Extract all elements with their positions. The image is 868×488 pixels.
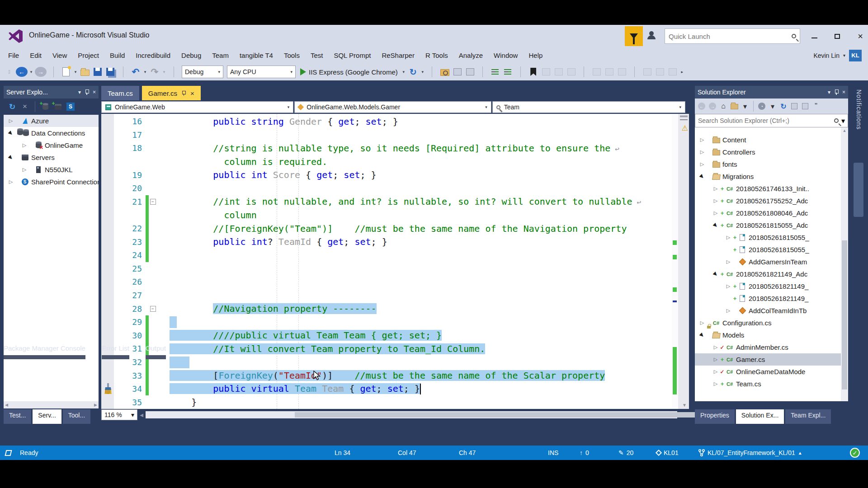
menu-item-r-tools[interactable]: R Tools xyxy=(420,47,453,63)
fold-collapse-box[interactable]: − xyxy=(149,306,157,312)
horizontal-scrollbar[interactable] xyxy=(146,411,677,418)
quick-launch-box[interactable] xyxy=(665,28,800,44)
pending-edits-indicator[interactable]: ✎ 20 xyxy=(618,446,633,460)
run-button[interactable]: IIS Express (Google Chrome) xyxy=(300,68,398,76)
scroll-left-icon[interactable]: ◀ xyxy=(137,413,146,418)
solution-item-models[interactable]: ▶Models xyxy=(695,329,848,341)
send-feedback-icon[interactable] xyxy=(647,30,658,41)
document-tab-gamer-cs[interactable]: Gamer.cs× xyxy=(142,86,201,100)
navigate-back-caret[interactable]: ▾ xyxy=(28,66,34,78)
delete-connection-icon[interactable]: × xyxy=(20,102,30,112)
clear-bookmarks-button[interactable] xyxy=(566,66,577,78)
code-line-30[interactable]: 30 ////public virtual Team Team { get; s… xyxy=(114,329,672,343)
solution-item-controllers[interactable]: ▷Controllers xyxy=(695,146,848,158)
code-line-28[interactable]: 28− //Navigation property -------- xyxy=(114,302,672,315)
back-icon[interactable]: ← xyxy=(697,101,707,111)
expander-icon[interactable]: ▷ xyxy=(712,369,719,375)
scroll-down-icon[interactable]: ▼ xyxy=(682,403,687,408)
code-line-35[interactable]: 35 } xyxy=(114,395,672,409)
forward-icon[interactable]: → xyxy=(708,101,717,111)
server-item-n550jkl[interactable]: ▷N550JKL xyxy=(4,164,99,176)
code-line-22[interactable]: 22 //[ForeignKey("Team")] //must be the … xyxy=(114,222,672,235)
next-bookmark-button[interactable] xyxy=(553,66,565,78)
expander-icon[interactable]: ▷ xyxy=(21,167,28,173)
menu-item-tangible-t4[interactable]: tangible T4 xyxy=(234,47,278,63)
menu-item-debug[interactable]: Debug xyxy=(176,47,207,63)
navigate-forward-button[interactable]: → xyxy=(35,67,47,77)
refresh-button[interactable]: ↻ xyxy=(407,66,419,78)
menu-item-incredibuild[interactable]: Incredibuild xyxy=(130,47,176,63)
snippet-button[interactable] xyxy=(604,66,615,78)
expander-icon[interactable]: ▷ xyxy=(725,308,732,314)
solution-item-201805261746133-init[interactable]: ▷+C#201805261746133_Init.. xyxy=(695,183,848,195)
code-line-21[interactable]: 21− //int is not nullable, and int? is n… xyxy=(114,195,672,209)
navigate-back-button[interactable]: ← xyxy=(16,67,28,77)
indent-decrease-button[interactable] xyxy=(490,66,501,78)
redo-button[interactable]: ↷ xyxy=(149,66,160,78)
repository-indicator[interactable]: KL01 xyxy=(656,446,679,460)
open-file-button[interactable] xyxy=(79,66,91,78)
server-item-azure[interactable]: ▷Azure xyxy=(4,115,99,127)
code-cleanup-broom-icon[interactable] xyxy=(103,383,113,395)
expander-icon[interactable]: ▷ xyxy=(7,118,14,124)
find-in-files-button[interactable] xyxy=(439,66,451,78)
server-item-data-connections[interactable]: ▶Data Connections xyxy=(4,127,99,139)
indent-increase-button[interactable] xyxy=(502,66,514,78)
menu-item-window[interactable]: Window xyxy=(488,47,523,63)
server-item-sharepoint-connections[interactable]: ▷SSharePoint Connections xyxy=(4,176,99,188)
solution-item-201805261755252-adc[interactable]: ▷+C#201805261755252_Adc xyxy=(695,195,848,207)
expander-icon[interactable]: ▷ xyxy=(698,149,706,155)
solution-item-configuration-cs[interactable]: ▷C#Configuration.cs xyxy=(695,317,848,329)
window-position-caret-icon[interactable]: ▾ xyxy=(78,89,81,95)
solution-item-team-cs[interactable]: ▷+C#Team.cs xyxy=(695,378,848,390)
navigate-to-button[interactable] xyxy=(452,66,463,78)
sql-server-object-explorer-icon[interactable]: S xyxy=(66,102,75,112)
close-button[interactable]: × xyxy=(850,28,868,45)
close-tab-icon[interactable]: × xyxy=(190,89,194,97)
scroll-right-icon[interactable]: ▶ xyxy=(94,403,97,407)
expander-icon[interactable]: ▷ xyxy=(698,320,706,326)
menu-item-resharper[interactable]: ReSharper xyxy=(376,47,420,63)
frame-history-button[interactable] xyxy=(464,66,476,78)
show-all-files-icon[interactable] xyxy=(800,101,810,111)
menu-item-file[interactable]: File xyxy=(3,47,24,63)
breadcrumb-member-dropdown[interactable]: Team▾ xyxy=(492,101,685,113)
run-caret[interactable]: ▾ xyxy=(401,66,406,78)
user-menu-caret-icon[interactable]: ▾ xyxy=(843,53,845,58)
expander-icon[interactable]: ▷ xyxy=(725,259,732,265)
expander-icon[interactable]: ▷ xyxy=(712,198,719,204)
filter-notifications-button[interactable] xyxy=(625,26,643,46)
pin-icon[interactable] xyxy=(182,91,186,96)
switch-views-icon[interactable] xyxy=(729,101,739,111)
bottom-tab-error-list[interactable]: Error List xyxy=(102,344,129,352)
notifications-tab[interactable]: Notifications xyxy=(855,89,863,130)
character-indicator[interactable]: Ch 47 xyxy=(459,446,476,460)
new-file-caret[interactable]: ▾ xyxy=(73,66,78,78)
solution-item-201805261821149[interactable]: +201805261821149_ xyxy=(695,292,848,305)
code-line-24[interactable]: 24 xyxy=(114,249,672,262)
quick-launch-input[interactable] xyxy=(669,33,792,40)
server-item-onlinegame[interactable]: ▷OnlineGame xyxy=(4,139,99,151)
menu-item-build[interactable]: Build xyxy=(104,47,130,63)
panel-tab-properties[interactable]: Properties xyxy=(695,409,735,424)
expander-icon[interactable]: ▶ xyxy=(6,128,16,138)
code-line-26[interactable]: 26 xyxy=(114,275,672,289)
toolbar-overflow-icon[interactable]: '' xyxy=(811,101,821,111)
expander-icon[interactable]: ▶ xyxy=(698,172,707,181)
panel-tab-test[interactable]: Test... xyxy=(4,409,31,424)
expander-icon[interactable]: ▷ xyxy=(712,186,719,192)
solution-item-201805261821149[interactable]: ▷+201805261821149_ xyxy=(695,280,848,292)
refresh-icon[interactable]: ↻ xyxy=(778,101,788,111)
panel-tab-tool[interactable]: Tool... xyxy=(63,409,90,424)
expander-icon[interactable]: ▷ xyxy=(698,161,706,167)
branch-indicator[interactable]: KL/07_EntityFramework_KL/01 ▲ xyxy=(698,446,802,460)
filter-caret-icon[interactable]: ▾ xyxy=(768,101,778,111)
split-editor-handle[interactable] xyxy=(680,116,688,120)
menu-item-sql-prompt[interactable]: SQL Prompt xyxy=(328,47,376,63)
code-line-25[interactable]: 25 xyxy=(114,262,672,276)
search-options-caret-icon[interactable]: ▾ xyxy=(841,117,845,125)
scrollbar-thumb[interactable] xyxy=(842,240,847,389)
menu-item-analyze[interactable]: Analyze xyxy=(453,47,488,63)
solution-item-201805261821149-adc[interactable]: ▶+C#201805261821149_Adc xyxy=(695,268,848,280)
close-panel-icon[interactable]: × xyxy=(93,89,96,95)
